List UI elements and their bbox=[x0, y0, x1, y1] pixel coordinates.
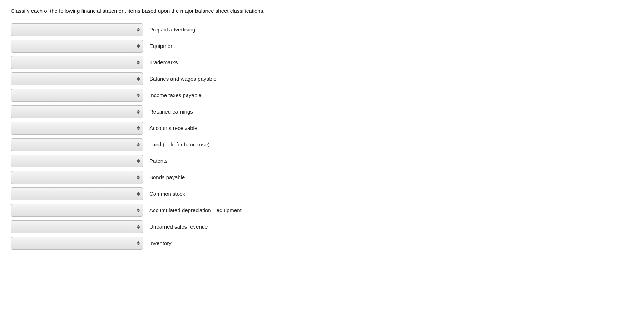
item-row: Current assetsLong-term investmentsPrope… bbox=[11, 105, 633, 118]
select-wrapper-unearned-sales-revenue: Current assetsLong-term investmentsPrope… bbox=[11, 220, 143, 233]
instruction-text: Classify each of the following financial… bbox=[11, 7, 633, 15]
dropdown-accounts-receivable[interactable]: Current assetsLong-term investmentsPrope… bbox=[11, 122, 143, 135]
item-row: Current assetsLong-term investmentsPrope… bbox=[11, 171, 633, 184]
item-row: Current assetsLong-term investmentsPrope… bbox=[11, 23, 633, 36]
select-wrapper-accumulated-depreciation: Current assetsLong-term investmentsPrope… bbox=[11, 204, 143, 217]
item-row: Current assetsLong-term investmentsPrope… bbox=[11, 155, 633, 168]
item-row: Current assetsLong-term investmentsPrope… bbox=[11, 188, 633, 200]
label-equipment: Equipment bbox=[149, 43, 175, 49]
label-retained-earnings: Retained earnings bbox=[149, 109, 193, 115]
dropdown-inventory[interactable]: Current assetsLong-term investmentsPrope… bbox=[11, 237, 143, 250]
label-patents: Patents bbox=[149, 158, 168, 164]
select-wrapper-salaries-wages-payable: Current assetsLong-term investmentsPrope… bbox=[11, 72, 143, 85]
dropdown-trademarks[interactable]: Current assetsLong-term investmentsPrope… bbox=[11, 56, 143, 69]
item-row: Current assetsLong-term investmentsPrope… bbox=[11, 220, 633, 233]
item-row: Current assetsLong-term investmentsPrope… bbox=[11, 72, 633, 85]
select-wrapper-land-held-future-use: Current assetsLong-term investmentsPrope… bbox=[11, 138, 143, 151]
label-accumulated-depreciation: Accumulated depreciation—equipment bbox=[149, 207, 242, 213]
label-trademarks: Trademarks bbox=[149, 59, 178, 65]
label-income-taxes-payable: Income taxes payable bbox=[149, 92, 202, 98]
item-row: Current assetsLong-term investmentsPrope… bbox=[11, 89, 633, 102]
select-wrapper-inventory: Current assetsLong-term investmentsPrope… bbox=[11, 237, 143, 250]
label-common-stock: Common stock bbox=[149, 191, 185, 197]
select-wrapper-patents: Current assetsLong-term investmentsPrope… bbox=[11, 155, 143, 168]
label-inventory: Inventory bbox=[149, 240, 172, 246]
select-wrapper-retained-earnings: Current assetsLong-term investmentsPrope… bbox=[11, 105, 143, 118]
select-wrapper-accounts-receivable: Current assetsLong-term investmentsPrope… bbox=[11, 122, 143, 135]
item-row: Current assetsLong-term investmentsPrope… bbox=[11, 122, 633, 135]
dropdown-income-taxes-payable[interactable]: Current assetsLong-term investmentsPrope… bbox=[11, 89, 143, 102]
label-accounts-receivable: Accounts receivable bbox=[149, 125, 197, 131]
dropdown-prepaid-advertising[interactable]: Current assetsLong-term investmentsPrope… bbox=[11, 23, 143, 36]
item-row: Current assetsLong-term investmentsPrope… bbox=[11, 56, 633, 69]
dropdown-unearned-sales-revenue[interactable]: Current assetsLong-term investmentsPrope… bbox=[11, 220, 143, 233]
label-prepaid-advertising: Prepaid advertising bbox=[149, 26, 195, 32]
item-row: Current assetsLong-term investmentsPrope… bbox=[11, 138, 633, 151]
item-row: Current assetsLong-term investmentsPrope… bbox=[11, 40, 633, 52]
dropdown-equipment[interactable]: Current assetsLong-term investmentsPrope… bbox=[11, 40, 143, 52]
select-wrapper-equipment: Current assetsLong-term investmentsPrope… bbox=[11, 40, 143, 52]
dropdown-accumulated-depreciation[interactable]: Current assetsLong-term investmentsPrope… bbox=[11, 204, 143, 217]
dropdown-salaries-wages-payable[interactable]: Current assetsLong-term investmentsPrope… bbox=[11, 72, 143, 85]
dropdown-retained-earnings[interactable]: Current assetsLong-term investmentsPrope… bbox=[11, 105, 143, 118]
dropdown-bonds-payable[interactable]: Current assetsLong-term investmentsPrope… bbox=[11, 171, 143, 184]
label-salaries-wages-payable: Salaries and wages payable bbox=[149, 76, 217, 82]
select-wrapper-trademarks: Current assetsLong-term investmentsPrope… bbox=[11, 56, 143, 69]
select-wrapper-prepaid-advertising: Current assetsLong-term investmentsPrope… bbox=[11, 23, 143, 36]
dropdown-common-stock[interactable]: Current assetsLong-term investmentsPrope… bbox=[11, 188, 143, 200]
label-bonds-payable: Bonds payable bbox=[149, 174, 185, 180]
label-unearned-sales-revenue: Unearned sales revenue bbox=[149, 224, 208, 230]
dropdown-patents[interactable]: Current assetsLong-term investmentsPrope… bbox=[11, 155, 143, 168]
dropdown-land-held-future-use[interactable]: Current assetsLong-term investmentsPrope… bbox=[11, 138, 143, 151]
select-wrapper-common-stock: Current assetsLong-term investmentsPrope… bbox=[11, 188, 143, 200]
items-container: Current assetsLong-term investmentsPrope… bbox=[11, 23, 633, 250]
select-wrapper-bonds-payable: Current assetsLong-term investmentsPrope… bbox=[11, 171, 143, 184]
label-land-held-future-use: Land (held for future use) bbox=[149, 141, 209, 148]
item-row: Current assetsLong-term investmentsPrope… bbox=[11, 237, 633, 250]
select-wrapper-income-taxes-payable: Current assetsLong-term investmentsPrope… bbox=[11, 89, 143, 102]
item-row: Current assetsLong-term investmentsPrope… bbox=[11, 204, 633, 217]
